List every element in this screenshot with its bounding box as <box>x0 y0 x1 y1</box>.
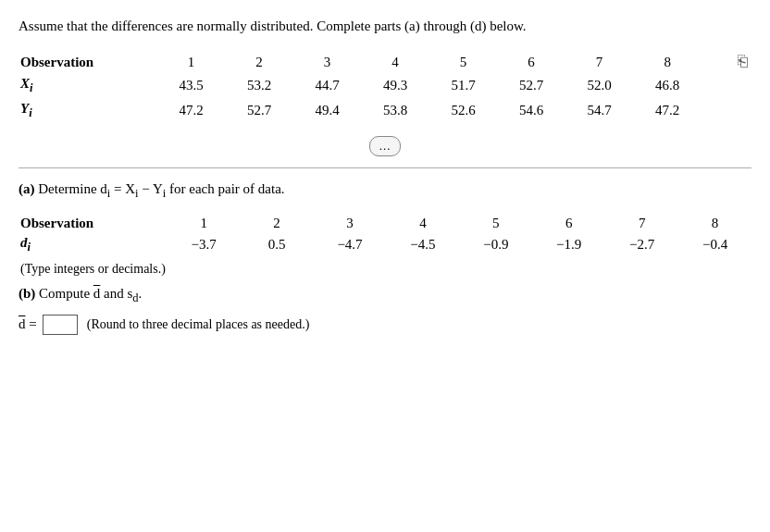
part-b-bold: (b) <box>19 286 35 301</box>
type-note: (Type integers or decimals.) <box>20 262 751 277</box>
yi-val-1: 47.2 <box>157 98 226 123</box>
di-val-7: −2.7 <box>605 233 678 256</box>
di-val-3: −4.7 <box>314 233 387 256</box>
part-a-text: Determine di = Xi − Yi for each pair of … <box>38 181 284 196</box>
col-header-2: 2 <box>225 52 293 73</box>
yi-val-7: 54.7 <box>565 98 634 123</box>
col-header-3: 3 <box>293 52 362 73</box>
di-val-4: −4.5 <box>386 233 459 256</box>
di-col-6: 6 <box>532 214 605 233</box>
di-col-8: 8 <box>678 214 751 233</box>
yi-row: Yi 47.2 52.7 49.4 53.8 52.6 54.6 54.7 47… <box>19 98 751 123</box>
corner-icon: ⎗ <box>738 52 748 71</box>
yi-val-3: 49.4 <box>293 98 362 123</box>
col-header-5: 5 <box>429 52 498 73</box>
xi-row: Xi 43.5 53.2 44.7 49.3 51.7 52.7 52.0 46… <box>19 73 751 98</box>
part-b-description: (b) Compute d and sd. <box>19 286 751 305</box>
yi-val-4: 53.8 <box>361 98 429 123</box>
yi-row-label: Yi <box>19 98 157 123</box>
di-label-text: di <box>20 235 31 250</box>
d-bar-label: d <box>93 286 101 301</box>
yi-label-text: Yi <box>20 101 32 116</box>
top-table-header-row: Observation 1 2 3 4 5 6 7 8 ⎗ <box>19 52 751 73</box>
xi-label-text: Xi <box>20 76 33 91</box>
di-val-8: −0.4 <box>678 233 751 256</box>
yi-subscript: i <box>29 106 31 119</box>
xi-val-4: 49.3 <box>361 73 429 98</box>
di-col-3: 3 <box>314 214 387 233</box>
d-bar-equals-label: d = <box>19 316 37 332</box>
xi-val-1: 43.5 <box>157 73 226 98</box>
col-header-4: 4 <box>361 52 429 73</box>
di-val-2: 0.5 <box>241 233 314 256</box>
equals-symbol: = <box>29 316 36 331</box>
sd-subscript: d <box>132 291 138 304</box>
xi-row-label: Xi <box>19 73 157 98</box>
part-a-description: (a) Determine di = Xi − Yi for each pair… <box>19 181 751 201</box>
di-table-header-row: Observation 1 2 3 4 5 6 7 8 <box>19 214 751 233</box>
xi-val-3: 44.7 <box>293 73 362 98</box>
section-divider <box>19 167 751 168</box>
d-bar-input-row: d = (Round to three decimal places as ne… <box>19 315 751 335</box>
d-bar-symbol: d <box>19 316 26 331</box>
di-row-label: di <box>19 233 168 256</box>
di-obs-header: Observation <box>19 214 168 233</box>
col-header-6: 6 <box>497 52 565 73</box>
xi-val-8: 46.8 <box>633 73 702 98</box>
intro-paragraph: Assume that the differences are normally… <box>19 17 751 37</box>
observation-header: Observation <box>19 52 157 73</box>
yi-val-6: 54.6 <box>497 98 565 123</box>
col-header-8: 8 <box>633 52 702 73</box>
di-col-1: 1 <box>168 214 241 233</box>
xi-val-7: 52.0 <box>565 73 634 98</box>
xi-val-2: 53.2 <box>225 73 293 98</box>
yi-val-2: 52.7 <box>225 98 293 123</box>
di-values-row: di −3.7 0.5 −4.7 −4.5 −0.9 −1.9 −2.7 −0.… <box>19 233 751 256</box>
part-a-bold: (a) <box>19 181 35 196</box>
d-bar-input[interactable] <box>43 315 78 335</box>
di-table: Observation 1 2 3 4 5 6 7 8 di −3.7 0.5 … <box>19 214 751 256</box>
di-val-6: −1.9 <box>532 233 605 256</box>
di-col-5: 5 <box>459 214 532 233</box>
col-header-1: 1 <box>157 52 226 73</box>
di-col-4: 4 <box>386 214 459 233</box>
yi-val-8: 47.2 <box>633 98 702 123</box>
xi-val-5: 51.7 <box>429 73 498 98</box>
xi-val-6: 52.7 <box>497 73 565 98</box>
di-val-5: −0.9 <box>459 233 532 256</box>
more-button[interactable]: ... <box>369 136 402 156</box>
xi-subscript: i <box>30 81 32 94</box>
yi-val-5: 52.6 <box>429 98 498 123</box>
di-col-2: 2 <box>241 214 314 233</box>
more-button-container[interactable]: ... <box>19 129 751 160</box>
di-subscript: i <box>28 241 31 254</box>
col-header-7: 7 <box>565 52 634 73</box>
top-data-table: Observation 1 2 3 4 5 6 7 8 ⎗ Xi 43.5 53… <box>19 52 751 123</box>
part-b-text: Compute d and sd. <box>39 286 142 301</box>
di-col-7: 7 <box>605 214 678 233</box>
di-val-1: −3.7 <box>168 233 241 256</box>
round-note: (Round to three decimal places as needed… <box>87 317 310 332</box>
